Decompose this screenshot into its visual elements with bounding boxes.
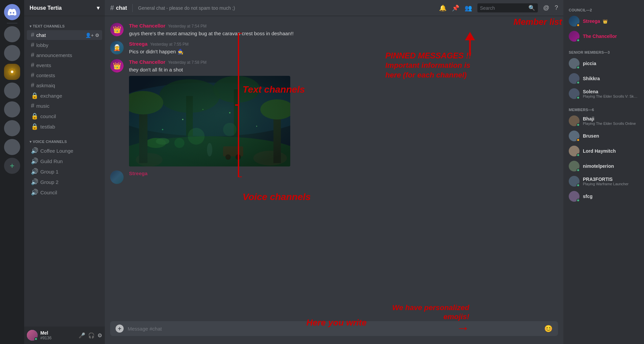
member-item-sfcg[interactable]: sfcg: [566, 189, 641, 204]
member-item-solena[interactable]: Solena Playing The Elder Scrolls V: Skyr…: [566, 86, 641, 101]
member-status-solena: [576, 96, 580, 99]
channel-item-testlab[interactable]: 🔒 testlab: [27, 121, 102, 132]
channel-item-council[interactable]: 🔒 council: [27, 111, 102, 121]
main-wrapper: # chat General chat - please do not spam…: [105, 0, 563, 344]
channel-item-coffee-lounge[interactable]: 🔊 Coffee Lounge: [27, 146, 102, 156]
hash-icon: #: [31, 62, 34, 69]
server-icon-6[interactable]: [4, 139, 20, 155]
member-name-chancellor: The Chancellor: [583, 34, 639, 39]
channel-item-lobby[interactable]: # lobby: [27, 40, 102, 50]
member-item-shikkra[interactable]: Shikkra: [566, 71, 641, 86]
member-item-piccia[interactable]: piccia: [566, 56, 641, 71]
message-header: The Chancellor Yesterday at 7:58 PM: [129, 59, 558, 65]
member-item-nimotelperion[interactable]: nimotelperion: [566, 159, 641, 174]
settings-icon[interactable]: ⚙: [95, 33, 99, 38]
channel-name: music: [36, 103, 49, 109]
message-header: The Chancellor Yesterday at 7:54 PM: [129, 23, 558, 29]
channel-name: Guild Run: [40, 158, 63, 164]
channel-item-group-1[interactable]: 🔊 Group 1: [27, 166, 102, 177]
channel-item-council-voice[interactable]: 🔊 Council: [27, 187, 102, 197]
voice-channels-label[interactable]: ▾ VOICE CHANNELS: [24, 134, 105, 145]
member-item-bhaji[interactable]: Bhaji Playing The Elder Scrolls Online: [566, 113, 641, 128]
hash-icon: #: [31, 52, 34, 59]
channel-list: ▾ TEXT CHANNELS # chat 👤+ ⚙ # lobby # an…: [24, 16, 105, 327]
messages-area[interactable]: 👑 The Chancellor Yesterday at 7:54 PM gu…: [105, 16, 563, 321]
message-input-field[interactable]: [128, 326, 540, 332]
channel-name: contests: [36, 72, 55, 78]
discord-home-button[interactable]: [4, 4, 20, 20]
add-member-icon[interactable]: 👤+: [85, 33, 94, 38]
channel-item-announcements[interactable]: # announcements: [27, 50, 102, 60]
member-status-sfcg: [576, 199, 580, 202]
member-item-streega[interactable]: Streega 👑: [566, 14, 641, 29]
pin-icon[interactable]: 📌: [452, 4, 459, 12]
member-status-piccia: [576, 66, 580, 69]
server-icon-1[interactable]: [4, 26, 20, 42]
speaker-icon: 🔊: [31, 178, 38, 186]
member-item-lord-haymitch[interactable]: Lord Haymitch: [566, 144, 641, 158]
channel-item-group-2[interactable]: 🔊 Group 2: [27, 177, 102, 187]
headset-icon[interactable]: 🎧: [88, 332, 95, 339]
server-icon-2[interactable]: [4, 45, 20, 61]
server-icon-5[interactable]: [4, 120, 20, 136]
member-avatar-bhaji: [569, 115, 579, 126]
members-icon[interactable]: 👥: [465, 4, 472, 12]
senior-section-label: SENIOR MEMBERS—3: [563, 48, 644, 56]
member-item-chancellor[interactable]: The Chancellor: [566, 29, 641, 44]
emoji-button[interactable]: 😊: [544, 325, 553, 333]
hash-icon: #: [31, 72, 34, 79]
message-timestamp: Yesterday at 7:58 PM: [168, 60, 206, 65]
member-item-brusen[interactable]: Brusen: [566, 129, 641, 143]
inbox-icon[interactable]: @: [543, 4, 549, 11]
svg-point-37: [253, 151, 287, 165]
channel-item-exchange[interactable]: 🔒 exchange: [27, 91, 102, 101]
message-group-partial: Streega: [110, 169, 558, 185]
text-channels-label[interactable]: ▾ TEXT CHANNELS: [24, 19, 105, 30]
message-text: Pics or didn't happen 🧙: [129, 48, 558, 55]
svg-point-25: [223, 123, 237, 136]
user-info: Mel #9136: [40, 330, 76, 340]
member-item-pra3fortis[interactable]: PRA3FORTIS Playing Warframe Launcher: [566, 174, 641, 189]
channel-actions: 👤+ ⚙: [85, 33, 99, 38]
message-author: The Chancellor: [129, 59, 165, 65]
message-group: 👑 The Chancellor Yesterday at 7:54 PM gu…: [110, 21, 558, 38]
svg-point-33: [256, 126, 257, 127]
council-section-label: COUNCIL—2: [563, 5, 644, 13]
message-content: The Chancellor Yesterday at 7:54 PM guys…: [129, 23, 558, 37]
help-icon[interactable]: ?: [555, 4, 558, 11]
server-icon-4[interactable]: [4, 101, 20, 117]
add-server-button[interactable]: +: [4, 158, 20, 174]
member-avatar-piccia: [569, 58, 579, 69]
member-info-streega: Streega 👑: [583, 18, 639, 24]
channel-item-music[interactable]: # music: [27, 101, 102, 111]
channel-item-guild-run[interactable]: 🔊 Guild Run: [27, 156, 102, 166]
member-info-chancellor: The Chancellor: [583, 34, 639, 39]
speaker-icon: 🔊: [31, 168, 38, 175]
svg-point-29: [225, 154, 231, 160]
server-icon-house-tertia[interactable]: [4, 64, 20, 80]
channel-item-askmaiq[interactable]: # askmaiq: [27, 81, 102, 90]
svg-line-8: [9, 73, 10, 75]
server-header[interactable]: House Tertia ▾: [24, 0, 105, 16]
channel-item-events[interactable]: # events: [27, 60, 102, 70]
channel-item-contests[interactable]: # contests: [27, 70, 102, 80]
add-attachment-button[interactable]: +: [116, 325, 124, 333]
search-input[interactable]: [480, 5, 526, 11]
header-divider: [132, 4, 133, 12]
server-icon-3[interactable]: [4, 83, 20, 99]
game-image: [129, 76, 290, 166]
message-author: Streega: [129, 41, 147, 47]
member-status-chancellor: [576, 39, 580, 42]
channel-name: Group 2: [40, 179, 58, 185]
notification-bell-icon[interactable]: 🔔: [439, 4, 446, 12]
member-info-piccia: piccia: [583, 61, 639, 66]
channel-item-chat[interactable]: # chat 👤+ ⚙: [27, 30, 102, 40]
settings-icon[interactable]: ⚙: [97, 332, 102, 339]
svg-point-31: [182, 119, 183, 120]
member-game-pra3fortis: Playing Warframe Launcher: [583, 182, 639, 186]
member-info-nimotelperion: nimotelperion: [583, 163, 639, 169]
svg-point-26: [174, 138, 184, 148]
microphone-icon[interactable]: 🎤: [79, 332, 85, 339]
hash-icon: #: [31, 32, 34, 39]
svg-point-0: [11, 70, 13, 73]
